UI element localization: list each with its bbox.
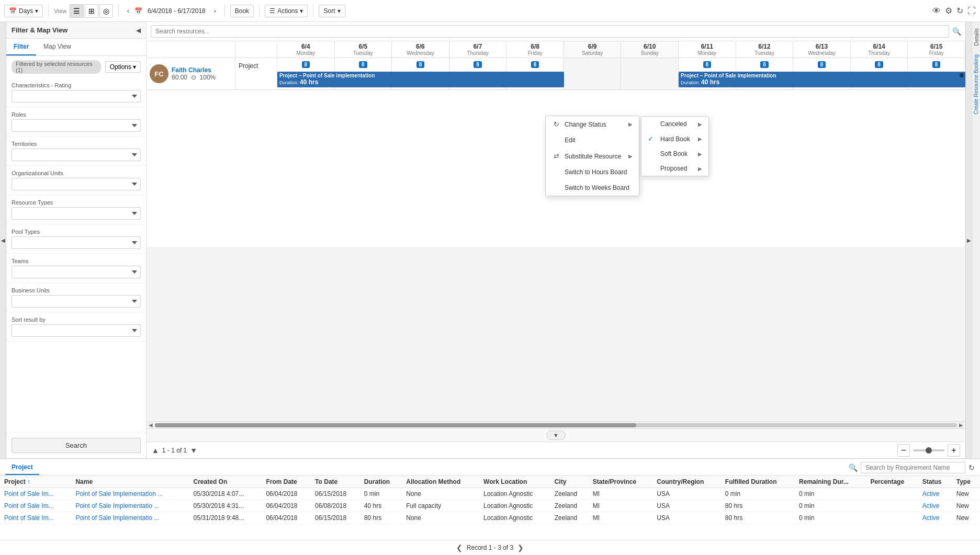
filter-select[interactable] [12,207,141,220]
filter-select[interactable] [12,236,141,249]
expand-icon[interactable]: ⛶ [967,6,976,16]
table-col-header[interactable]: Status [918,476,952,488]
country-cell: USA [652,500,721,512]
name-cell-link[interactable]: Point of Sale Implementation ... [75,490,163,497]
status-cell[interactable]: Active [918,500,952,512]
create-resource-booking-label[interactable]: Create Resource Booking [973,52,979,117]
bottom-refresh-icon[interactable]: ↻ [968,463,975,472]
resource-name[interactable]: Faith Charles [172,66,218,74]
name-cell[interactable]: Point of Sale Implementatio ... [71,500,189,512]
zoom-slider-track[interactable] [913,449,944,451]
right-nav-panel[interactable]: ▶ [965,22,972,458]
days-button[interactable]: 📅 Days ▾ [4,5,43,17]
sort-button[interactable]: Sort ▾ [319,5,345,17]
grid-view-button[interactable]: ⊞ [85,4,98,18]
project-cell[interactable]: Point of Sale Im... [0,488,71,500]
zoom-slider-thumb[interactable] [926,447,932,454]
ctx-change-status[interactable]: ↻ Change Status ▶ Canceled ▶ ✓ Hard Book [546,116,639,132]
filter-select[interactable] [12,149,141,161]
filter-select[interactable] [12,119,141,132]
actions-button[interactable]: ☰ Actions ▾ [265,5,308,17]
name-cell-link[interactable]: Point of Sale Implementatio ... [75,502,159,509]
booking-bar-2[interactable]: Project – Point of Sale implementationDu… [679,72,965,87]
table-col-header[interactable]: Project [0,476,71,488]
status-cell-link[interactable]: Active [922,514,940,522]
bottom-search-input[interactable] [861,462,965,473]
ctx-weeks-board[interactable]: Switch to Weeks Board [546,180,639,196]
project-cell[interactable]: Point of Sale Im... [0,512,71,524]
submenu-softbook[interactable]: Soft Book ▶ [641,146,708,161]
project-cell-link[interactable]: Point of Sale Im... [4,514,54,522]
status-cell-link[interactable]: Active [922,490,940,497]
status-cell[interactable]: Active [918,488,952,500]
booking-bar-1[interactable]: Project – Point of Sale implementationDu… [277,72,564,87]
submenu-hardbook[interactable]: ✓ Hard Book ▶ [641,131,708,146]
refresh-icon[interactable]: ↻ [956,6,963,16]
next-page-button[interactable]: ▼ [190,446,197,455]
options-button[interactable]: Options ▾ [105,61,141,73]
table-col-header[interactable]: Name [71,476,189,488]
table-col-header[interactable]: Percentage [866,476,918,488]
resource-search-input[interactable] [151,25,949,38]
table-col-header[interactable]: Type [952,476,980,488]
eye-icon[interactable]: 👁 [932,6,941,16]
search-button[interactable]: Search [12,438,141,453]
scroll-right-btn[interactable]: ▶ [959,422,963,428]
settings-icon[interactable]: ⚙ [945,6,952,16]
filter-select[interactable] [12,324,141,337]
scroll-left-btn[interactable]: ◀ [149,422,153,428]
table-col-header[interactable]: Allocation Method [402,476,479,488]
status-cell[interactable]: Active [918,512,952,524]
map-tab[interactable]: Map View [36,39,78,55]
filter-select[interactable] [12,266,141,278]
tab-project[interactable]: Project [5,460,39,475]
project-cell-link[interactable]: Point of Sale Im... [4,502,54,509]
ctx-substitute[interactable]: ⇄ Substitute Resource ▶ [546,148,639,164]
book-button[interactable]: Book [230,5,254,17]
table-col-header[interactable]: From Date [262,476,311,488]
table-col-header[interactable]: Fulfilled Duration [721,476,795,488]
filter-select[interactable] [12,178,141,190]
next-record-button[interactable]: ❯ [517,543,524,552]
sidebar-collapse-icon[interactable]: ◀ [136,27,141,34]
prev-page-button[interactable]: ▲ [152,446,159,455]
zoom-in-button[interactable]: + [948,444,960,457]
submenu-canceled[interactable]: Canceled ▶ [641,117,708,131]
name-cell[interactable]: Point of Sale Implementation ... [71,488,189,500]
prev-record-button[interactable]: ❮ [456,543,463,552]
status-cell-link[interactable]: Active [922,502,940,509]
table-col-header[interactable]: State/Province [589,476,652,488]
search-icon[interactable]: 🔍 [952,27,961,36]
project-cell[interactable]: Point of Sale Im... [0,500,71,512]
table-col-header[interactable]: Remaining Dur... [795,476,866,488]
table-col-header[interactable]: Duration [360,476,402,488]
filter-select[interactable] [12,295,141,308]
sidebar-header: Filter & Map View ◀ [6,22,146,39]
table-col-header[interactable]: Work Location [479,476,550,488]
list-view-button[interactable]: ☰ [70,4,84,18]
collapse-button[interactable]: ▼ [546,431,566,440]
project-cell-link[interactable]: Point of Sale Im... [4,490,54,497]
scroll-track[interactable] [155,423,957,427]
table-col-header[interactable]: To Date [311,476,360,488]
table-col-header[interactable]: Created On [189,476,262,488]
name-cell[interactable]: Point of Sale Implementatio ... [71,512,189,524]
details-panel[interactable]: Details Create Resource Booking [972,22,980,458]
filter-select[interactable] [12,90,141,103]
left-nav-panel[interactable]: ◀ [0,22,6,458]
next-date-button[interactable]: › [211,6,219,16]
ctx-hours-board[interactable]: Switch to Hours Board [546,164,639,180]
bottom-search-icon[interactable]: 🔍 [849,463,858,472]
prev-date-button[interactable]: ‹ [124,6,132,16]
ctx-edit[interactable]: Edit [546,132,639,148]
date-navigation: ‹ 📅 6/4/2018 - 6/17/2018 › [124,6,219,16]
scroll-thumb[interactable] [155,423,636,427]
zoom-out-button[interactable]: − [897,444,910,457]
table-col-header[interactable]: Country/Region [652,476,721,488]
name-cell-link[interactable]: Point of Sale Implementatio ... [75,514,159,522]
submenu-proposed[interactable]: Proposed ▶ [641,161,708,176]
horizontal-scrollbar[interactable]: ◀ ▶ [147,421,965,428]
table-col-header[interactable]: City [550,476,589,488]
map-view-button[interactable]: ◎ [99,4,113,18]
filter-tab[interactable]: Filter [6,39,36,55]
